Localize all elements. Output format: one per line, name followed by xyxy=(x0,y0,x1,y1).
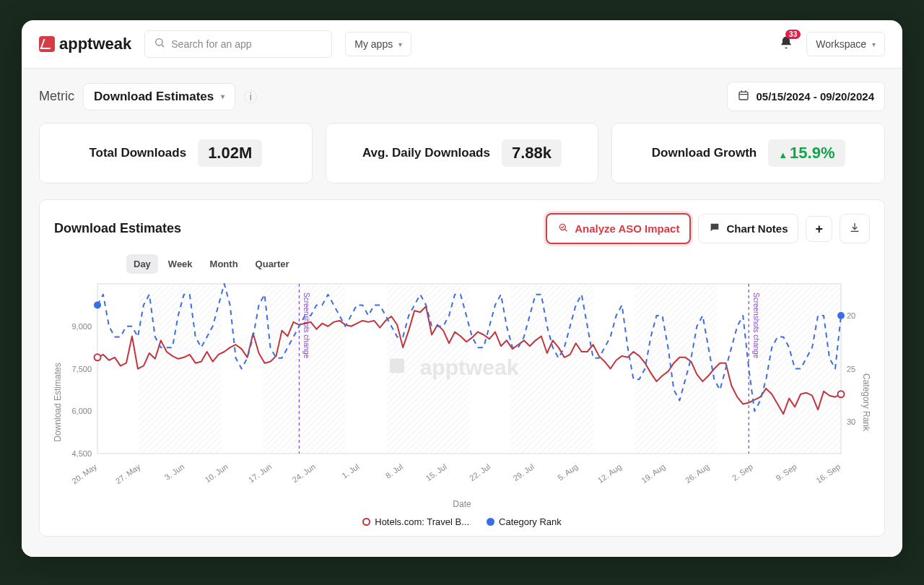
kpi-value: 7.88k xyxy=(502,139,562,167)
svg-text:1. Jul: 1. Jul xyxy=(340,462,360,480)
download-button[interactable] xyxy=(840,214,870,243)
svg-line-7 xyxy=(565,229,567,231)
granularity-week[interactable]: Week xyxy=(161,254,200,274)
svg-text:25: 25 xyxy=(847,365,855,373)
svg-text:7,500: 7,500 xyxy=(71,365,92,373)
x-axis-label: Date xyxy=(54,499,870,509)
kpi-card: Total Downloads1.02M xyxy=(39,123,313,183)
svg-rect-19 xyxy=(676,284,717,454)
svg-text:24. Jun: 24. Jun xyxy=(291,462,317,485)
svg-point-55 xyxy=(94,301,101,308)
svg-rect-17 xyxy=(552,284,593,454)
kpi-card: Avg. Daily Downloads7.88k xyxy=(326,123,599,183)
notifications-button[interactable]: 33 xyxy=(779,35,793,53)
chart-notes-button[interactable]: Chart Notes xyxy=(698,214,798,243)
svg-text:29. Jul: 29. Jul xyxy=(512,462,536,482)
svg-text:26. Aug: 26. Aug xyxy=(684,462,710,485)
metric-label: Metric xyxy=(39,89,74,104)
svg-text:Screenshots change: Screenshots change xyxy=(302,292,310,359)
workspace-label: Workspace xyxy=(816,38,866,50)
add-button[interactable]: + xyxy=(806,216,832,242)
svg-text:5. Aug: 5. Aug xyxy=(556,462,579,482)
legend-label: Hotels.com: Travel B... xyxy=(375,516,469,527)
svg-text:19. Aug: 19. Aug xyxy=(640,462,666,485)
analyze-icon xyxy=(557,222,569,235)
analyze-label: Analyze ASO Impact xyxy=(575,222,679,235)
workspace-select[interactable]: Workspace ▾ xyxy=(806,32,885,56)
svg-text:10. Jun: 10. Jun xyxy=(203,462,229,485)
svg-point-54 xyxy=(838,391,845,397)
legend-label: Category Rank xyxy=(499,516,562,527)
svg-rect-48 xyxy=(390,359,404,373)
plus-icon: + xyxy=(815,224,823,234)
chevron-down-icon: ▾ xyxy=(221,92,225,100)
svg-rect-2 xyxy=(739,92,748,100)
line-chart: 4,5006,0007,5009,00020253020. May27. May… xyxy=(54,277,877,493)
svg-text:20: 20 xyxy=(847,311,855,320)
svg-text:9. Sep: 9. Sep xyxy=(775,462,798,482)
svg-text:30: 30 xyxy=(847,417,855,426)
svg-text:8. Jul: 8. Jul xyxy=(384,462,404,480)
granularity-quarter[interactable]: Quarter xyxy=(248,254,297,274)
svg-text:16. Sep: 16. Sep xyxy=(814,462,842,485)
date-range-picker[interactable]: 05/15/2024 - 09/20/2024 xyxy=(727,82,885,111)
download-icon xyxy=(849,222,860,235)
search-placeholder: Search for an app xyxy=(171,38,251,50)
svg-point-56 xyxy=(837,312,845,319)
legend-item-rank[interactable]: Category Rank xyxy=(487,516,562,527)
svg-text:22. Jul: 22. Jul xyxy=(468,462,492,482)
search-icon xyxy=(154,37,165,51)
metric-value: Download Estimates xyxy=(94,90,214,104)
chart-title: Download Estimates xyxy=(54,221,181,236)
brand-name: apptweak xyxy=(59,35,131,53)
svg-text:4,500: 4,500 xyxy=(71,449,92,458)
svg-text:3. Jun: 3. Jun xyxy=(163,462,186,482)
y-left-axis-label: Download Estimates xyxy=(53,363,63,441)
info-icon[interactable]: i xyxy=(244,90,257,103)
date-range-label: 05/15/2024 - 09/20/2024 xyxy=(757,90,874,103)
svg-text:2. Sep: 2. Sep xyxy=(731,462,754,482)
svg-text:17. Jun: 17. Jun xyxy=(247,462,273,485)
metric-select[interactable]: Download Estimates ▾ xyxy=(83,83,235,110)
y-right-axis-label: Category Rank xyxy=(861,373,871,430)
brand-logo: apptweak xyxy=(39,35,131,53)
svg-rect-12 xyxy=(263,284,304,454)
legend-item-downloads[interactable]: Hotels.com: Travel B... xyxy=(362,516,469,527)
svg-text:20. May: 20. May xyxy=(70,462,98,486)
kpi-card: Download Growth▲15.9% xyxy=(611,123,885,183)
analyze-aso-button[interactable]: Analyze ASO Impact xyxy=(546,213,691,244)
kpi-label: Total Downloads xyxy=(89,146,186,160)
svg-rect-10 xyxy=(139,284,180,454)
kpi-label: Avg. Daily Downloads xyxy=(362,146,490,160)
kpi-label: Download Growth xyxy=(652,146,757,160)
legend-marker xyxy=(362,518,370,526)
my-apps-select[interactable]: My apps ▾ xyxy=(345,32,411,56)
brand-mark-icon xyxy=(39,36,55,52)
search-input[interactable]: Search for an app xyxy=(144,30,332,58)
svg-text:Screenshots change: Screenshots change xyxy=(752,292,760,359)
granularity-month[interactable]: Month xyxy=(203,254,245,274)
chart-notes-label: Chart Notes xyxy=(726,222,788,235)
svg-point-53 xyxy=(95,354,101,360)
legend-marker xyxy=(487,518,494,526)
svg-text:12. Aug: 12. Aug xyxy=(596,462,623,485)
svg-rect-20 xyxy=(759,284,800,454)
svg-line-1 xyxy=(162,45,164,47)
kpi-value: ▲15.9% xyxy=(768,139,845,167)
granularity-day[interactable]: Day xyxy=(126,254,158,274)
svg-text:15. Jul: 15. Jul xyxy=(424,462,448,482)
my-apps-label: My apps xyxy=(354,38,393,50)
calendar-icon xyxy=(738,90,749,103)
svg-rect-11 xyxy=(180,284,221,454)
chevron-down-icon: ▾ xyxy=(398,40,402,48)
svg-text:27. May: 27. May xyxy=(114,462,142,486)
chat-icon xyxy=(709,222,720,235)
kpi-value: 1.02M xyxy=(198,139,262,167)
notifications-badge: 33 xyxy=(785,30,801,39)
svg-text:apptweak: apptweak xyxy=(420,355,519,379)
svg-text:9,000: 9,000 xyxy=(71,322,92,331)
svg-text:6,000: 6,000 xyxy=(71,407,92,415)
svg-point-0 xyxy=(156,39,162,46)
chevron-down-icon: ▾ xyxy=(872,40,876,48)
